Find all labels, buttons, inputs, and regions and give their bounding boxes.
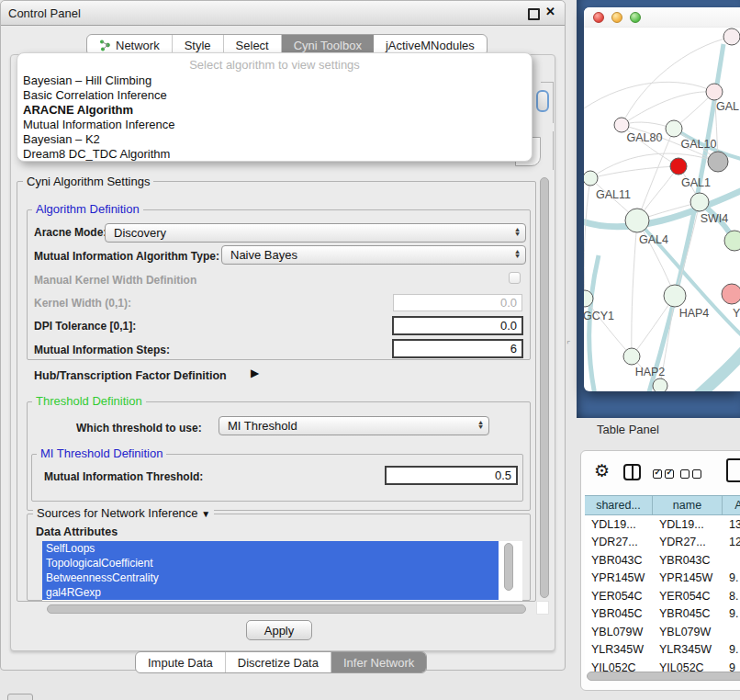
table-cell: YBR045C [653, 605, 723, 624]
node-label-gal11: GAL11 [596, 188, 631, 201]
node-label-hap2: HAP2 [635, 366, 666, 378]
network-node[interactable] [653, 378, 667, 391]
dpi-tolerance-field[interactable]: 0.0 [392, 316, 523, 335]
mi-threshold-label: Mutual Information Threshold: [44, 470, 203, 483]
page-icon[interactable] [726, 458, 740, 482]
kernel-width-field[interactable]: 0.0 [393, 294, 522, 311]
node-label-gal: GAL [716, 100, 739, 113]
network-node-gal10[interactable] [666, 120, 682, 137]
manual-kernel-checkbox[interactable] [509, 272, 521, 284]
network-node-gal4[interactable] [625, 209, 649, 232]
table-cell: YBL079W [585, 623, 653, 641]
data-attributes-list[interactable]: SelfLoopsTopologicalCoefficientBetweenne… [42, 541, 522, 601]
network-edge[interactable] [632, 220, 637, 356]
network-node-y[interactable] [722, 284, 740, 304]
network-edge[interactable] [678, 351, 740, 391]
algorithm-option-mutual-information-inference[interactable]: Mutual Information Inference [23, 118, 526, 132]
network-edge[interactable] [590, 166, 678, 178]
network-edge[interactable] [622, 92, 714, 125]
network-node-hap2[interactable] [623, 348, 640, 365]
table-row[interactable]: YDR27...YDR27...12 [585, 534, 740, 552]
algorithm-option-bayesian-hill-climbing[interactable]: Bayesian – Hill Climbing [23, 73, 526, 88]
network-node-gal11[interactable] [584, 171, 598, 186]
table-row[interactable]: YDL19...YDL19...13 [585, 515, 740, 534]
aracne-mode-value: Discovery [114, 226, 166, 240]
attribute-item-betweennesscentrality[interactable]: BetweennessCentrality [42, 570, 499, 585]
attribute-item-selfloops[interactable]: SelfLoops [42, 541, 499, 556]
aracne-mode-select[interactable]: Discovery ▲▼ [105, 223, 526, 243]
bottom-tab-impute-data[interactable]: Impute Data [136, 652, 226, 672]
split-columns-icon[interactable] [623, 464, 641, 480]
expander-right-arrow-icon[interactable]: ▶ [251, 367, 259, 379]
mi-threshold-field[interactable]: 0.5 [385, 466, 518, 485]
network-node-swi4[interactable] [690, 193, 709, 211]
tab-style-label: Style [185, 39, 211, 52]
attribute-item-topologicalcoefficient[interactable]: TopologicalCoefficient [42, 556, 499, 570]
table-row[interactable]: YER054CYER054C8. [585, 587, 740, 605]
network-node-gal80[interactable] [614, 118, 629, 132]
tab-network-label: Network [116, 39, 160, 52]
network-node[interactable] [724, 231, 740, 251]
zoom-traffic-light-icon[interactable] [630, 12, 641, 23]
combo-arrows-icon: ▲▼ [514, 227, 521, 236]
settings-vertical-scrollbar[interactable] [540, 177, 549, 598]
mi-steps-field[interactable]: 6 [392, 339, 523, 358]
close-traffic-light-icon[interactable] [593, 12, 604, 23]
table-horizontal-scrollbar[interactable] [587, 672, 740, 681]
table-cell: 9. [723, 605, 740, 624]
table-panel: ⚙ shared...nameA YDL19...YDL19...13YDR27… [580, 450, 740, 691]
column-header-name[interactable]: name [653, 496, 723, 514]
table-row[interactable]: YBR043CYBR043C [585, 551, 740, 570]
table-rows: YDL19...YDL19...13YDR27...YDR27...12YBR0… [585, 515, 740, 677]
table-row[interactable]: YBL079WYBL079W [585, 623, 740, 641]
network-node-hap4[interactable] [664, 285, 686, 307]
bottom-tab-discretize-data[interactable]: Discretize Data [226, 652, 331, 672]
table-row[interactable]: YLR345WYLR345W9. [585, 641, 740, 660]
sources-title[interactable]: Sources for Network Inference ▼ [33, 507, 214, 520]
network-edge[interactable] [585, 299, 632, 356]
apply-button[interactable]: Apply [246, 620, 312, 640]
float-window-icon[interactable] [528, 8, 540, 20]
table-cell: YLR345W [653, 641, 723, 660]
panel-divider-handle[interactable]: ⌜ [566, 340, 570, 349]
network-node-gal1[interactable] [670, 158, 687, 175]
mi-type-select[interactable]: Naive Bayes ▲▼ [221, 245, 526, 265]
algorithm-option-dream8-dc-tdc-algorithm[interactable]: Dream8 DC_TDC Algorithm [23, 147, 526, 162]
hub-definition-expander[interactable]: Hub/Transcription Factor Definition [34, 369, 227, 382]
table-cell: YDL19... [653, 515, 723, 534]
control-panel-titlebar[interactable]: Control Panel ✕ [1, 1, 565, 26]
table-panel-title: Table Panel [597, 423, 659, 436]
network-window-titlebar[interactable] [584, 7, 740, 28]
checked-boxes-icon[interactable] [653, 469, 674, 479]
table-cell: YPR145W [585, 570, 653, 588]
network-node[interactable] [708, 152, 728, 172]
clipped-bottom-button[interactable] [7, 694, 33, 700]
network-edge[interactable] [584, 178, 590, 299]
minimize-traffic-light-icon[interactable] [611, 12, 622, 23]
settings-horizontal-scrollbar[interactable] [47, 604, 526, 614]
table-cell [723, 551, 740, 570]
network-canvas[interactable]: GALGAL80GAL10GAL1GAL11SWI4GAL4GCY1HAP4YH… [584, 28, 740, 391]
bottom-tab-infer-network[interactable]: Infer Network [331, 652, 426, 672]
bottom-tab-discretize-data-label: Discretize Data [238, 656, 319, 670]
network-node[interactable] [723, 28, 740, 45]
attributes-scrollbar[interactable] [504, 543, 513, 591]
table-cell: YPR145W [653, 570, 723, 588]
table-cell: YLR345W [585, 641, 653, 660]
column-header-a[interactable]: A [723, 496, 740, 514]
which-threshold-select[interactable]: MI Threshold ▲▼ [219, 416, 489, 435]
apply-button-label: Apply [264, 624, 295, 638]
network-node-gal[interactable] [706, 84, 723, 100]
network-edge[interactable] [589, 255, 599, 391]
node-label-swi4: SWI4 [701, 212, 729, 225]
algorithm-option-bayesian-k2[interactable]: Bayesian – K2 [23, 132, 526, 147]
attribute-item-gal4rgexp[interactable]: gal4RGexp [42, 585, 499, 600]
algorithm-option-basic-correlation-inference[interactable]: Basic Correlation Inference [23, 88, 526, 103]
table-row[interactable]: YPR145WYPR145W9. [585, 570, 740, 588]
close-icon[interactable]: ✕ [545, 5, 555, 18]
unchecked-boxes-icon[interactable] [680, 469, 701, 479]
column-header-shared[interactable]: shared... [585, 496, 653, 514]
table-row[interactable]: YBR045CYBR045C9. [585, 605, 740, 624]
algorithm-option-aracne-algorithm[interactable]: ARACNE Algorithm [23, 103, 526, 118]
gear-icon[interactable]: ⚙ [594, 460, 610, 481]
